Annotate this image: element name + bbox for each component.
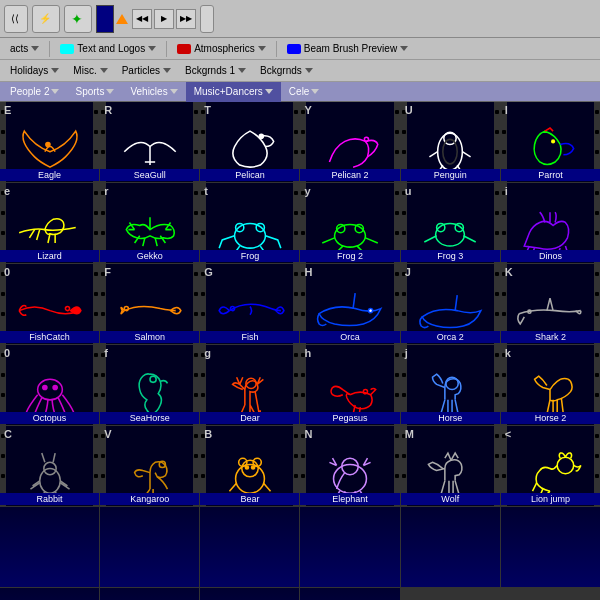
transition-button[interactable]: ✦: [64, 5, 92, 33]
subcat-people2[interactable]: People 2: [2, 82, 67, 102]
grid-cell-seahorse[interactable]: fSeaHorse: [100, 345, 199, 425]
grid-cell-fishcatch[interactable]: 0FishCatch: [0, 264, 99, 344]
cell-key-label: 0: [4, 266, 10, 278]
grid-cell-salmon[interactable]: FSalmon: [100, 264, 199, 344]
grid-cell-horse[interactable]: jHorse: [401, 345, 500, 425]
music-arrow: [265, 89, 273, 94]
cell-name-label: Frog 2: [300, 250, 399, 262]
grid-cell-empty[interactable]: [0, 507, 99, 587]
grid-cell-parrot[interactable]: IParrot: [501, 102, 600, 182]
cat-bckgrnds[interactable]: Bckgrnds: [254, 62, 319, 80]
svg-point-1: [259, 134, 263, 138]
cell-key-label: J: [405, 266, 411, 278]
cell-key-label: M: [405, 428, 414, 440]
bckgrnds-arrow: [305, 68, 313, 73]
flash-icon: ⚡: [39, 13, 51, 24]
subcat-sports[interactable]: Sports: [67, 82, 122, 102]
grid-cell-empty[interactable]: [200, 507, 299, 587]
grid-cell-kangaroo[interactable]: VKangaroo: [100, 426, 199, 506]
grid-cell-empty[interactable]: [501, 507, 600, 587]
svg-point-2: [364, 137, 368, 141]
grid-cell-frog-2[interactable]: yFrog 2: [300, 183, 399, 263]
grid-cell-dinos[interactable]: iDinos: [501, 183, 600, 263]
svg-point-37: [334, 464, 367, 493]
cell-key-label: F: [104, 266, 111, 278]
cell-key-label: e: [4, 185, 10, 197]
grid-cell-gekko[interactable]: rGekko: [100, 183, 199, 263]
grid-cell-elephant[interactable]: NElephant: [300, 426, 399, 506]
cell-name-label: Shark 2: [501, 331, 600, 343]
cell-key-label: B: [204, 428, 212, 440]
cell-key-label: <: [505, 428, 511, 440]
grid-cell-eagle[interactable]: EEagle: [0, 102, 99, 182]
subcat-vehicles[interactable]: Vehicles: [122, 82, 185, 102]
grid-cell-empty[interactable]: [300, 507, 399, 587]
svg-point-6: [551, 139, 555, 143]
cell-key-label: f: [104, 347, 108, 359]
grid-cell-horse-2[interactable]: kHorse 2: [501, 345, 600, 425]
virtual-lj-button[interactable]: [200, 5, 214, 33]
transport-controls: ◀◀ ▶ ▶▶: [132, 9, 196, 29]
cat-acts[interactable]: acts: [4, 40, 45, 58]
cell-name-label: Rabbit: [0, 493, 99, 505]
cell-name-label: Lion jump: [501, 493, 600, 505]
subcat-sports-label: Sports: [75, 86, 104, 97]
grid-cell-empty[interactable]: [100, 507, 199, 587]
grid-cell-frog[interactable]: tFrog: [200, 183, 299, 263]
cat-text-logos[interactable]: Text and Logos: [54, 40, 162, 58]
svg-point-10: [335, 224, 366, 247]
grid-cell-empty[interactable]: [401, 507, 500, 587]
grid-cell-pelican-2[interactable]: YPelican 2: [300, 102, 399, 182]
grid-cell-octopus[interactable]: 0Octopus: [0, 345, 99, 425]
grid-cell-empty[interactable]: [100, 588, 199, 600]
grid-cell-frog-3[interactable]: uFrog 3: [401, 183, 500, 263]
grid-cell-lion-jump[interactable]: <Lion jump: [501, 426, 600, 506]
cat-acts-label: acts: [10, 43, 28, 54]
cell-name-label: Dear: [200, 412, 299, 424]
cat-holidays[interactable]: Holidays: [4, 62, 65, 80]
grid-cell-wolf[interactable]: MWolf: [401, 426, 500, 506]
cell-key-label: r: [104, 185, 108, 197]
cell-name-label: Gekko: [100, 250, 199, 262]
cell-name-label: Octopus: [0, 412, 99, 424]
cell-name-label: Dinos: [501, 250, 600, 262]
play-button[interactable]: ▶: [154, 9, 174, 29]
grid-cell-shark-2[interactable]: KShark 2: [501, 264, 600, 344]
subcat-cele[interactable]: Cele: [281, 82, 328, 102]
cell-name-label: Horse 2: [501, 412, 600, 424]
subcat-cele-label: Cele: [289, 86, 310, 97]
cat-atmospherics[interactable]: Atmospherics: [171, 40, 272, 58]
svg-point-23: [53, 385, 57, 389]
grid-cell-pelican[interactable]: TPelican: [200, 102, 299, 182]
prev-button[interactable]: ◀◀: [132, 9, 152, 29]
cell-key-label: G: [204, 266, 213, 278]
grid-cell-seagull[interactable]: RSeaGull: [100, 102, 199, 182]
next-button[interactable]: ▶▶: [176, 9, 196, 29]
separator3: [276, 41, 277, 57]
grid-cell-lizard[interactable]: eLizard: [0, 183, 99, 263]
svg-point-31: [236, 464, 265, 493]
grid-cell-empty[interactable]: [0, 588, 99, 600]
cat-beam-brush[interactable]: Beam Brush Preview: [281, 40, 414, 58]
grid-cell-penguin[interactable]: UPenguin: [401, 102, 500, 182]
grid-cell-empty[interactable]: [200, 588, 299, 600]
grid-cell-rabbit[interactable]: CRabbit: [0, 426, 99, 506]
cat-bckgrnds1[interactable]: Bckgrnds 1: [179, 62, 252, 80]
category-row-1: acts Text and Logos Atmospherics Beam Br…: [0, 38, 600, 60]
cat-misc[interactable]: Misc.: [67, 62, 113, 80]
flash-button[interactable]: ⚡: [32, 5, 60, 33]
grid-cell-fish[interactable]: GFish: [200, 264, 299, 344]
grid-cell-bear[interactable]: BBear: [200, 426, 299, 506]
grid-cell-empty[interactable]: [300, 588, 399, 600]
beam-brush-color: [287, 44, 301, 54]
cat-atm-arrow: [258, 46, 266, 51]
restart-button[interactable]: ⟨⟨: [4, 5, 28, 33]
grid-cell-orca-2[interactable]: JOrca 2: [401, 264, 500, 344]
svg-point-39: [558, 457, 574, 473]
svg-point-13: [436, 223, 465, 246]
cat-particles[interactable]: Particles: [116, 62, 177, 80]
grid-cell-dear[interactable]: gDear: [200, 345, 299, 425]
grid-cell-orca[interactable]: HOrca: [300, 264, 399, 344]
subcat-music-dancers[interactable]: Music+Dancers: [186, 82, 281, 102]
grid-cell-pegasus[interactable]: hPegasus: [300, 345, 399, 425]
